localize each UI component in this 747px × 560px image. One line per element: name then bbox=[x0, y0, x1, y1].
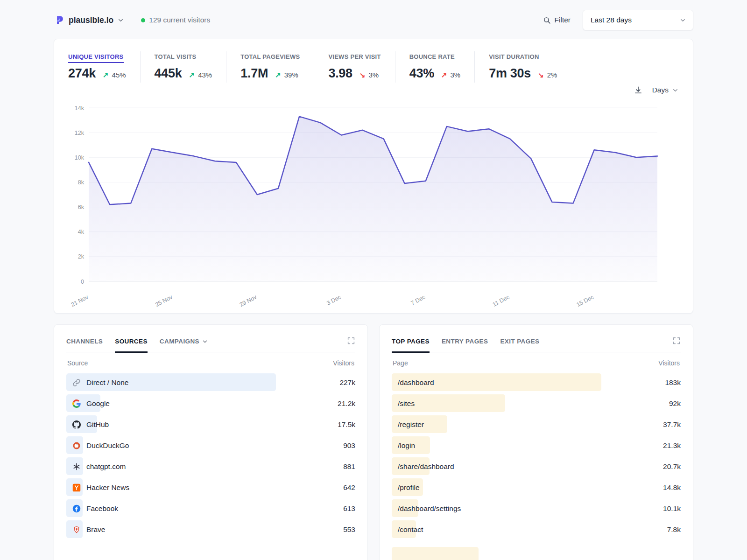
row-label: Hacker News bbox=[86, 483, 129, 492]
stat-change: 45% bbox=[112, 71, 126, 79]
breakdown-section: CHANNELSSOURCESCAMPAIGNS Source Visitors… bbox=[54, 324, 693, 560]
row-visitors: 7.8k bbox=[667, 525, 681, 534]
table-row--login[interactable]: /login21.3k bbox=[392, 435, 681, 456]
svg-text:12k: 12k bbox=[75, 130, 85, 136]
tab-campaigns[interactable]: CAMPAIGNS bbox=[160, 336, 208, 353]
row-visitors: 17.5k bbox=[338, 420, 355, 429]
top-bar: plausible.io 129 current visitors Filter… bbox=[0, 0, 747, 39]
stat-label: BOUNCE RATE bbox=[409, 53, 455, 63]
tab-channels[interactable]: CHANNELS bbox=[66, 336, 103, 353]
stat-label: VIEWS PER VISIT bbox=[328, 53, 381, 63]
pages-list: /dashboard183k/sites92k/register37.7k/lo… bbox=[392, 372, 681, 560]
trend-up-arrow-icon: ↗ bbox=[103, 71, 109, 79]
chevron-down-icon bbox=[679, 17, 686, 24]
tab-label: TOP PAGES bbox=[392, 338, 430, 345]
row-label: /dashboard bbox=[398, 378, 434, 387]
analytics-card: UNIQUE VISITORS274k↗45%TOTAL VISITS445k↗… bbox=[54, 39, 693, 314]
column-header-visitors: Visitors bbox=[658, 359, 680, 367]
table-row--contact[interactable]: /contact7.8k bbox=[392, 519, 681, 540]
trend-up-arrow-icon: ↗ bbox=[441, 71, 447, 79]
row-label: Facebook bbox=[86, 504, 118, 513]
row-visitors: 642 bbox=[343, 483, 355, 492]
live-dot-icon bbox=[141, 18, 145, 22]
site-name: plausible.io bbox=[69, 15, 113, 25]
date-range-select[interactable]: Last 28 days bbox=[583, 10, 693, 30]
row-label: chatgpt.com bbox=[86, 462, 126, 471]
row-visitors: 613 bbox=[343, 504, 355, 513]
row-label: /register bbox=[398, 420, 424, 429]
interval-select[interactable]: Days bbox=[652, 86, 679, 94]
svg-text:25 Nov: 25 Nov bbox=[154, 294, 174, 308]
sources-tabs: CHANNELSSOURCESCAMPAIGNS bbox=[66, 336, 347, 352]
metric-tab-visit-duration[interactable]: VISIT DURATION7m 30s↘2% bbox=[474, 51, 571, 83]
google-icon bbox=[72, 399, 81, 408]
current-visitors-label: 129 current visitors bbox=[149, 16, 210, 24]
metric-tabs: UNIQUE VISITORS274k↗45%TOTAL VISITS445k↗… bbox=[65, 51, 682, 83]
expand-icon[interactable] bbox=[672, 336, 681, 352]
stat-value: 1.7M bbox=[240, 66, 268, 81]
stat-value: 7m 30s bbox=[489, 66, 531, 81]
chevron-down-icon bbox=[202, 338, 208, 345]
tab-entry-pages[interactable]: ENTRY PAGES bbox=[442, 336, 488, 353]
metric-tab-bounce-rate[interactable]: BOUNCE RATE43%↗3% bbox=[395, 51, 475, 83]
stat-value: 274k bbox=[68, 66, 96, 81]
current-visitors[interactable]: 129 current visitors bbox=[141, 16, 210, 24]
table-row-github[interactable]: GitHub17.5k bbox=[66, 414, 355, 435]
row-visitors: 10.1k bbox=[663, 504, 681, 513]
table-row-direct-none[interactable]: Direct / None227k bbox=[66, 372, 355, 393]
table-row-chatgpt-com[interactable]: chatgpt.com881 bbox=[66, 456, 355, 477]
download-button[interactable] bbox=[634, 85, 643, 95]
svg-text:4k: 4k bbox=[78, 229, 85, 235]
row-label: DuckDuckGo bbox=[86, 441, 129, 450]
stat-label: VISIT DURATION bbox=[489, 53, 539, 63]
table-row-duckduckgo[interactable]: DuckDuckGo903 bbox=[66, 435, 355, 456]
link-icon bbox=[72, 378, 81, 387]
trend-up-arrow-icon: ↗ bbox=[189, 71, 195, 79]
sources-panel: CHANNELSSOURCESCAMPAIGNS Source Visitors… bbox=[54, 324, 368, 560]
expand-icon[interactable] bbox=[347, 336, 355, 352]
table-row--dashboard-settings[interactable]: /dashboard/settings10.1k bbox=[392, 498, 681, 519]
row-label: /sites bbox=[398, 399, 415, 408]
row-visitors: 14.8k bbox=[663, 483, 681, 492]
sources-list: Direct / None227kGoogle21.2kGitHub17.5kD… bbox=[66, 372, 355, 540]
stat-label: TOTAL PAGEVIEWS bbox=[240, 53, 300, 63]
table-row-brave[interactable]: Brave553 bbox=[66, 519, 355, 540]
row-visitors: 21.3k bbox=[663, 441, 681, 450]
tab-top-pages[interactable]: TOP PAGES bbox=[392, 336, 430, 353]
table-row-hacker-news[interactable]: Hacker News642 bbox=[66, 477, 355, 498]
row-visitors: 903 bbox=[343, 441, 355, 450]
svg-text:21 Nov: 21 Nov bbox=[70, 294, 90, 308]
stat-value: 43% bbox=[409, 66, 434, 81]
trend-down-arrow-icon: ↘ bbox=[538, 71, 544, 79]
metric-tab-unique-visitors[interactable]: UNIQUE VISITORS274k↗45% bbox=[65, 51, 140, 83]
table-row-google[interactable]: Google21.2k bbox=[66, 393, 355, 414]
pages-panel: TOP PAGESENTRY PAGESEXIT PAGES Page Visi… bbox=[379, 324, 693, 560]
metric-tab-total-visits[interactable]: TOTAL VISITS445k↗43% bbox=[140, 51, 226, 83]
svg-text:29 Nov: 29 Nov bbox=[239, 294, 258, 308]
site-switcher[interactable]: plausible.io bbox=[55, 15, 124, 25]
tab-sources[interactable]: SOURCES bbox=[115, 336, 148, 353]
filter-button[interactable]: Filter bbox=[543, 16, 571, 24]
row-label: Google bbox=[86, 399, 110, 408]
metric-tab-total-pageviews[interactable]: TOTAL PAGEVIEWS1.7M↗39% bbox=[226, 51, 314, 83]
row-label: /login bbox=[398, 441, 415, 450]
filter-label: Filter bbox=[555, 16, 571, 24]
table-row-clipped bbox=[392, 546, 681, 560]
visitors-area-chart[interactable]: 02k4k6k8k10k12k14k21 Nov25 Nov29 Nov3 De… bbox=[65, 95, 682, 310]
table-row--dashboard[interactable]: /dashboard183k bbox=[392, 372, 681, 393]
table-row--profile[interactable]: /profile14.8k bbox=[392, 477, 681, 498]
trend-up-arrow-icon: ↗ bbox=[275, 71, 281, 79]
tab-label: SOURCES bbox=[115, 338, 148, 345]
table-row--register[interactable]: /register37.7k bbox=[392, 414, 681, 435]
table-row--share-dashboard[interactable]: /share/dashboard20.7k bbox=[392, 456, 681, 477]
chevron-down-icon bbox=[672, 87, 679, 94]
row-label: GitHub bbox=[86, 420, 109, 429]
table-row-facebook[interactable]: Facebook613 bbox=[66, 498, 355, 519]
table-row--sites[interactable]: /sites92k bbox=[392, 393, 681, 414]
chevron-down-icon bbox=[117, 17, 124, 24]
date-range-value: Last 28 days bbox=[591, 16, 632, 24]
row-label: /profile bbox=[398, 483, 420, 492]
row-visitors: 881 bbox=[343, 462, 355, 471]
tab-exit-pages[interactable]: EXIT PAGES bbox=[500, 336, 539, 353]
metric-tab-views-per-visit[interactable]: VIEWS PER VISIT3.98↘3% bbox=[314, 51, 395, 83]
